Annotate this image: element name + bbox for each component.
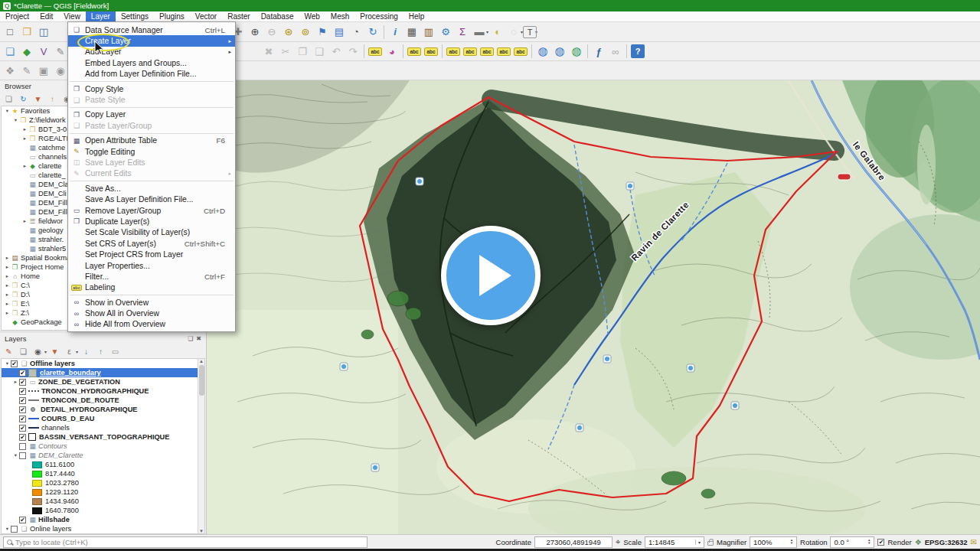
- redo-button[interactable]: ↷: [345, 44, 361, 59]
- layer-checkbox[interactable]: [19, 452, 26, 459]
- save-project-button[interactable]: ◫: [35, 24, 52, 40]
- python-console-button[interactable]: ƒ: [590, 44, 607, 59]
- undo-button[interactable]: ↶: [328, 44, 345, 59]
- temporal-controller-button[interactable]: ◔: [348, 24, 364, 40]
- wfs-service-button[interactable]: ◍: [551, 44, 568, 59]
- layer-checkbox[interactable]: ✔: [19, 416, 26, 422]
- crs-value[interactable]: EPSG:32632: [925, 538, 968, 546]
- change-label-button[interactable]: abc: [512, 44, 529, 59]
- menu-item-save-layer-edits[interactable]: ◫Save Layer Edits: [68, 157, 235, 168]
- menu-item-create-layer[interactable]: Create Layer▸: [68, 35, 235, 46]
- layer-item-zone-vegetation[interactable]: ▸✔▭ZONE_DE_VEGETATION: [2, 377, 204, 386]
- magnifier-spinbox[interactable]: 100%▲▼: [750, 536, 797, 548]
- menu-item-paste-style[interactable]: ❑Paste Style: [68, 94, 235, 105]
- menu-processing[interactable]: Processing: [354, 11, 403, 21]
- menu-item-labeling[interactable]: abcLabeling: [68, 282, 235, 293]
- new-shapefile-button[interactable]: V: [35, 44, 52, 59]
- metasearch-button[interactable]: ◍: [568, 44, 585, 59]
- data-source-manager-button[interactable]: ❏: [2, 44, 18, 59]
- menu-item-show-all-in-overview[interactable]: ∞Show All in Overview: [68, 308, 235, 318]
- close-panel-icon[interactable]: ✖: [196, 335, 201, 342]
- menu-help[interactable]: Help: [403, 11, 430, 21]
- menu-item-save-as[interactable]: Save As...: [68, 183, 235, 194]
- menu-item-show-in-overview[interactable]: ∞Show in Overview: [68, 297, 235, 308]
- digitizing-icon-2[interactable]: ✎: [18, 63, 35, 78]
- layer-item-hillshade[interactable]: ✔▦Hillshade: [2, 515, 204, 524]
- rotation-spinbox[interactable]: 0.0 °▲▼: [830, 536, 874, 548]
- layer-checkbox[interactable]: ✔: [19, 406, 26, 413]
- menu-item-current-edits[interactable]: ✎Current Edits▸: [68, 168, 235, 179]
- layer-diagram-button[interactable]: ◕: [384, 44, 400, 59]
- menu-item-add-from-definition[interactable]: Add from Layer Definition File...: [68, 69, 235, 80]
- layer-item-contours[interactable]: ▦Contours: [2, 442, 204, 451]
- layer-checkbox[interactable]: [11, 526, 18, 533]
- manage-map-themes-button[interactable]: ◉: [31, 346, 44, 357]
- statistical-summary-button[interactable]: ▥: [420, 24, 437, 40]
- menu-mesh[interactable]: Mesh: [325, 11, 354, 21]
- layer-group-offline[interactable]: ▾✔❏Offline layers: [2, 359, 204, 368]
- menu-edit[interactable]: Edit: [34, 11, 58, 21]
- text-annotation-button[interactable]: T: [523, 26, 537, 38]
- menu-item-data-source-manager[interactable]: ❏Data Source ManagerCtrl+L: [68, 24, 235, 35]
- chevron-down-icon[interactable]: ▾: [695, 540, 701, 545]
- menu-database[interactable]: Database: [256, 11, 299, 21]
- menu-vector[interactable]: Vector: [190, 11, 222, 21]
- cut-features-button[interactable]: ✂: [277, 44, 294, 59]
- collapse-all-layers-button[interactable]: ↑: [94, 346, 107, 357]
- zoom-out-button[interactable]: ⊖: [263, 24, 280, 40]
- menu-item-add-layer[interactable]: Add Layer▸: [68, 47, 235, 57]
- layer-item-troncon-hydro[interactable]: ✔TRONCON_HYDROGRAPHIQUE: [2, 386, 204, 396]
- menu-item-copy-style[interactable]: ❐Copy Style: [68, 83, 235, 94]
- digitizing-icon-3[interactable]: ▣: [35, 63, 52, 78]
- filter-by-expression-button[interactable]: ε: [63, 346, 76, 357]
- pin-unpin-labels-button[interactable]: abc: [445, 44, 462, 59]
- zoom-full-extent-button[interactable]: ⊛: [280, 24, 297, 40]
- layer-checkbox[interactable]: ✔: [19, 379, 26, 386]
- wms-service-button[interactable]: ◍: [534, 44, 551, 59]
- layer-checkbox[interactable]: ✔: [19, 388, 26, 395]
- expression-dropdown-icon[interactable]: ▾: [76, 349, 78, 354]
- locate-search-box[interactable]: Type to locate (Ctrl+K): [3, 536, 368, 548]
- lock-scale-icon[interactable]: [707, 541, 714, 546]
- menu-item-save-as-definition[interactable]: Save As Layer Definition File...: [68, 194, 235, 204]
- menu-project[interactable]: Project: [0, 11, 34, 21]
- zoom-to-selection-button[interactable]: ⊚: [297, 24, 314, 40]
- float-panel-icon[interactable]: ❏: [188, 335, 193, 342]
- layer-checkbox[interactable]: ✔: [19, 517, 26, 523]
- rotate-label-button[interactable]: abc: [495, 44, 512, 59]
- coordinate-input[interactable]: 273060,4891949: [534, 536, 612, 548]
- new-project-button[interactable]: □: [2, 24, 18, 40]
- menu-plugins[interactable]: Plugins: [154, 11, 190, 21]
- layer-checkbox[interactable]: ✔: [11, 360, 18, 367]
- layer-checkbox[interactable]: [19, 443, 26, 450]
- layer-checkbox[interactable]: ✔: [19, 425, 26, 432]
- map-canvas[interactable]: Ravin de Clarette le Galabre: [207, 80, 980, 534]
- show-bookmarks-button[interactable]: ▤: [331, 24, 348, 40]
- menu-web[interactable]: Web: [299, 11, 325, 21]
- move-label-button[interactable]: abc: [479, 44, 495, 59]
- open-project-button[interactable]: ❒: [18, 24, 35, 40]
- menu-view[interactable]: View: [58, 11, 86, 21]
- add-group-button[interactable]: ❏: [17, 346, 30, 357]
- digitizing-icon-4[interactable]: ◉: [52, 63, 69, 78]
- show-unplaced-labels-button[interactable]: abc: [423, 44, 439, 59]
- menu-layer[interactable]: Layer: [86, 11, 116, 21]
- measure-button[interactable]: ▬: [471, 24, 488, 40]
- layers-scrollbar[interactable]: ▲▼: [198, 359, 204, 533]
- layer-item-dem-clarette[interactable]: ▾▦DEM_Clarette: [2, 451, 204, 460]
- layer-group-online[interactable]: ▾❏Online layers: [2, 524, 204, 533]
- expand-all-layers-button[interactable]: ↓: [80, 346, 93, 357]
- layer-item-channels[interactable]: ✔channels: [2, 423, 204, 432]
- layer-checkbox[interactable]: ✔: [19, 397, 26, 404]
- digitizing-icon-1[interactable]: ❖: [2, 63, 18, 78]
- refresh-browser-button[interactable]: ↻: [17, 93, 30, 105]
- attribute-table-button[interactable]: ▦: [403, 24, 420, 40]
- collapse-all-button[interactable]: ↑: [46, 93, 59, 105]
- scale-combobox[interactable]: 1:14845▾: [645, 536, 704, 548]
- layer-item-clarette-boundary[interactable]: ✔clarette_boundary: [2, 368, 204, 377]
- add-selected-layers-button[interactable]: ❏: [2, 93, 15, 105]
- remove-layer-button[interactable]: ▭: [109, 346, 122, 357]
- new-virtual-layer-button[interactable]: ✎: [52, 44, 69, 59]
- themes-dropdown-icon[interactable]: ▾: [44, 349, 47, 354]
- menu-settings[interactable]: Settings: [116, 11, 154, 21]
